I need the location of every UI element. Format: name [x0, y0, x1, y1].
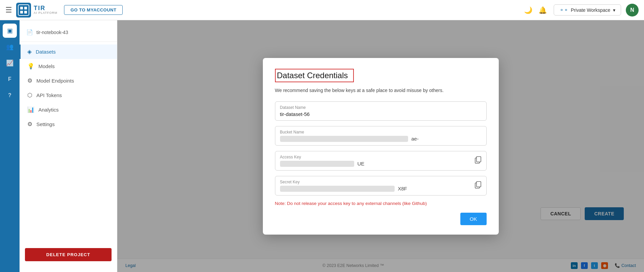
- access-key-field: Access Key UE: [275, 151, 487, 171]
- sidebar-notebook-label: tir-notebook-43: [36, 30, 68, 35]
- delete-project-button[interactable]: DELETE PROJECT: [25, 248, 112, 261]
- access-key-label: Access Key: [280, 155, 482, 159]
- icon-sidebar-font[interactable]: F: [3, 72, 17, 86]
- logo-area: TIR AI PLATFORM: [16, 3, 57, 18]
- modal-overlay: Dataset Credentials We recommend saving …: [117, 20, 644, 272]
- logo-sub-label: AI PLATFORM: [34, 11, 57, 15]
- bucket-name-field: Bucket Name ae-: [275, 126, 487, 146]
- icon-sidebar-help[interactable]: ?: [3, 88, 17, 102]
- note-text: Note: Do not release your access key to …: [275, 201, 487, 206]
- datasets-icon: ◈: [27, 48, 32, 55]
- access-key-blur: [280, 161, 354, 167]
- bucket-name-value: ae-: [280, 136, 482, 142]
- sidebar-item-model-endpoints[interactable]: ⚙ Model Endpoints: [20, 73, 117, 88]
- sidebar-item-models[interactable]: 💡 Models: [20, 59, 117, 73]
- icon-sidebar-users[interactable]: 👥: [3, 40, 17, 54]
- secret-key-field: Secret Key X8F: [275, 176, 487, 195]
- icon-sidebar: ▣ 👥 📈 F ?: [0, 20, 20, 272]
- sidebar-item-analytics-label: Analytics: [38, 107, 59, 113]
- sidebar-item-analytics[interactable]: 📊 Analytics: [20, 102, 117, 117]
- secret-key-suffix: X8F: [398, 186, 407, 191]
- copy-secret-key-button[interactable]: [475, 181, 482, 190]
- icon-sidebar-chart[interactable]: 📈: [3, 56, 17, 70]
- access-key-suffix: UE: [358, 161, 365, 167]
- sidebar-item-models-label: Models: [38, 63, 55, 69]
- user-avatar[interactable]: N: [626, 4, 639, 17]
- svg-rect-3: [24, 7, 27, 9]
- top-nav: ☰ TIR AI PLATFORM GO TO MYACCOUNT 🌙 🔔 ⚬⚬…: [0, 0, 644, 20]
- logo-text: TIR AI PLATFORM: [34, 5, 57, 15]
- sidebar-item-datasets[interactable]: ◈ Datasets: [20, 44, 117, 59]
- workspace-button[interactable]: ⚬⚬ Private Workspace ▾: [554, 4, 621, 16]
- workspace-label: Private Workspace: [571, 7, 610, 13]
- icon-sidebar-folder[interactable]: ▣: [3, 24, 17, 38]
- sidebar-notebook[interactable]: 📄 tir-notebook-43: [20, 26, 117, 39]
- api-tokens-icon: ⬡: [27, 92, 32, 99]
- sidebar-divider: [20, 41, 117, 42]
- hamburger-button[interactable]: ☰: [5, 6, 12, 14]
- modal-actions: OK: [275, 213, 487, 225]
- models-icon: 💡: [27, 63, 34, 70]
- dataset-name-label: Dataset Name: [280, 105, 482, 110]
- svg-rect-9: [477, 181, 481, 187]
- ok-button[interactable]: OK: [460, 213, 487, 225]
- secret-key-value: X8F: [280, 186, 482, 192]
- settings-icon: ⚙: [27, 121, 32, 128]
- nav-icons: 🌙 🔔: [524, 6, 547, 14]
- left-sidebar: 📄 tir-notebook-43 ◈ Datasets 💡 Models ⚙ …: [20, 20, 117, 272]
- svg-rect-2: [20, 7, 23, 9]
- copy-icon: [475, 156, 482, 163]
- bucket-name-suffix: ae-: [411, 136, 419, 142]
- sidebar-item-settings-label: Settings: [36, 121, 55, 127]
- bucket-name-label: Bucket Name: [280, 130, 482, 134]
- modal-title: Dataset Credentials: [275, 69, 354, 82]
- myaccount-button[interactable]: GO TO MYACCOUNT: [64, 5, 123, 15]
- logo-tir-label: TIR: [34, 5, 57, 12]
- modal-description: We recommend saving the below keys at a …: [275, 87, 487, 94]
- copy-access-key-button[interactable]: [475, 156, 482, 165]
- secret-key-label: Secret Key: [280, 180, 482, 184]
- workspace-chevron-icon: ▾: [613, 7, 615, 13]
- analytics-icon: 📊: [27, 106, 34, 113]
- sidebar-item-api-tokens[interactable]: ⬡ API Tokens: [20, 88, 117, 102]
- svg-rect-4: [20, 11, 23, 13]
- bucket-name-blur: [280, 136, 408, 142]
- sidebar-item-settings[interactable]: ⚙ Settings: [20, 117, 117, 131]
- svg-rect-5: [24, 11, 27, 13]
- access-key-value: UE: [280, 161, 482, 167]
- content-area: CANCEL CREATE Dataset Credentials We rec…: [117, 20, 644, 272]
- dataset-name-field: Dataset Name tir-dataset-56: [275, 101, 487, 121]
- model-endpoints-icon: ⚙: [27, 77, 32, 84]
- sidebar-item-model-endpoints-label: Model Endpoints: [36, 78, 74, 84]
- notebook-icon: 📄: [26, 29, 33, 35]
- notifications-button[interactable]: 🔔: [539, 6, 547, 14]
- sidebar-item-datasets-label: Datasets: [36, 49, 56, 55]
- main-layout: ▣ 👥 📈 F ? 📄 tir-notebook-43 ◈ Datasets 💡…: [0, 20, 644, 272]
- svg-rect-7: [477, 156, 481, 162]
- secret-key-blur: [280, 186, 395, 192]
- copy-icon: [475, 181, 482, 188]
- sidebar-item-api-tokens-label: API Tokens: [36, 92, 62, 98]
- dataset-name-value: tir-dataset-56: [280, 111, 482, 117]
- dark-mode-button[interactable]: 🌙: [524, 6, 532, 14]
- logo-icon: [16, 3, 31, 18]
- workspace-icon: ⚬⚬: [559, 7, 568, 13]
- modal-dialog: Dataset Credentials We recommend saving …: [263, 58, 499, 235]
